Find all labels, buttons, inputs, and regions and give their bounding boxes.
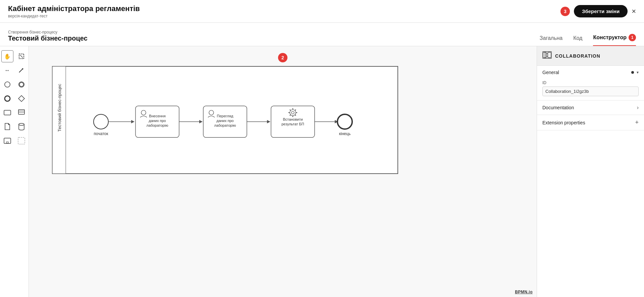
- canvas-badge: 2: [278, 53, 287, 62]
- general-chevron: ▾: [637, 70, 639, 75]
- subheader-left: Створення бізнес-процесу Тестовий бізнес…: [8, 30, 88, 42]
- svg-text:лабораторію: лабораторію: [214, 123, 236, 127]
- tool-row-1: ✋: [1, 50, 28, 62]
- main-layout: ✋ ↔: [0, 46, 644, 297]
- documentation-section-label: Documentation: [542, 105, 574, 110]
- intermediate-event-tool[interactable]: [15, 78, 28, 91]
- data-object-tool[interactable]: [1, 121, 13, 133]
- canvas-area[interactable]: 2 Тестовий бізнес-процес початок Внесенн…: [29, 46, 537, 297]
- breadcrumb: Створення бізнес-процесу: [8, 30, 88, 35]
- tab-constructor[interactable]: Конструктор 1: [593, 34, 636, 46]
- svg-rect-16: [18, 137, 25, 144]
- panel-title: COLLABORATION: [555, 53, 600, 59]
- svg-rect-15: [6, 142, 8, 143]
- tab-constructor-badge: 1: [629, 34, 636, 41]
- documentation-section: Documentation ›: [537, 101, 644, 115]
- svg-rect-9: [4, 110, 11, 115]
- extension-properties-label: Extension properties: [542, 120, 585, 125]
- svg-text:Встановити: Встановити: [283, 117, 303, 121]
- group-tool[interactable]: [15, 135, 28, 147]
- svg-line-45: [290, 110, 290, 110]
- svg-text:даних про: даних про: [149, 119, 166, 123]
- subprocess-tool[interactable]: [1, 135, 13, 147]
- svg-text:Внесення: Внесення: [149, 114, 165, 118]
- general-dot: [631, 71, 634, 74]
- tab-general[interactable]: Загальна: [540, 35, 562, 46]
- svg-text:результат БП: результат БП: [281, 122, 304, 126]
- documentation-arrow: ›: [637, 105, 639, 111]
- svg-text:початок: початок: [94, 131, 109, 136]
- svg-point-53: [337, 114, 352, 129]
- general-field-id: ID: [537, 79, 644, 100]
- gateway-tool[interactable]: [15, 93, 28, 105]
- svg-rect-38: [271, 106, 315, 137]
- tool-row-5: [1, 107, 28, 119]
- extension-properties-section: Extension properties +: [537, 115, 644, 130]
- id-field-input[interactable]: [542, 86, 639, 96]
- svg-text:даних про: даних про: [216, 119, 234, 123]
- app-title: Кабінет адміністратора регламентів: [8, 4, 140, 13]
- svg-text:Перегляд: Перегляд: [217, 114, 233, 118]
- general-section-label: General: [542, 70, 559, 75]
- svg-point-4: [5, 82, 10, 87]
- svg-rect-14: [4, 138, 11, 143]
- svg-point-6: [19, 82, 23, 86]
- task-tool[interactable]: [1, 107, 13, 119]
- panel-header: COLLABORATION: [537, 46, 644, 66]
- hand-tool[interactable]: ✋: [1, 50, 13, 62]
- svg-line-48: [290, 115, 290, 116]
- header-badge: 3: [560, 7, 570, 16]
- app-subtitle: версія-кандидат-тест: [8, 14, 140, 18]
- svg-line-1: [20, 55, 23, 58]
- general-section: General ▾ ID: [537, 66, 644, 101]
- svg-point-13: [19, 123, 24, 125]
- documentation-section-header[interactable]: Documentation ›: [537, 101, 644, 115]
- svg-line-47: [295, 110, 296, 110]
- svg-text:Тестовий бізнес-процес: Тестовий бізнес-процес: [57, 83, 62, 132]
- svg-rect-57: [548, 52, 551, 58]
- tool-row-2: ↔: [1, 64, 28, 76]
- tool-row-3: [1, 78, 28, 91]
- svg-text:лабораторію: лабораторію: [147, 123, 168, 127]
- general-section-header[interactable]: General ▾: [537, 66, 644, 79]
- svg-text:кінець: кінець: [339, 131, 351, 136]
- svg-point-7: [5, 96, 10, 101]
- svg-rect-10: [18, 110, 24, 114]
- extension-properties-plus: +: [635, 119, 639, 126]
- move-tool[interactable]: ↔: [1, 64, 13, 76]
- header-right: 3 Зберегти зміни ×: [560, 5, 636, 17]
- bpmn-diagram[interactable]: Тестовий бізнес-процес початок Внесення …: [49, 63, 405, 187]
- svg-rect-56: [543, 52, 546, 58]
- subheader-tabs: Загальна Код Конструктор 1: [540, 26, 636, 46]
- extension-properties-header[interactable]: Extension properties +: [537, 115, 644, 130]
- id-field-label: ID: [542, 80, 639, 85]
- process-name: Тестовий бізнес-процес: [8, 35, 88, 42]
- header-title-block: Кабінет адміністратора регламентів версі…: [8, 4, 140, 18]
- start-event-tool[interactable]: [1, 78, 13, 91]
- connect-tool[interactable]: [15, 64, 28, 76]
- tool-row-7: [1, 135, 28, 147]
- subheader: Створення бізнес-процесу Тестовий бізнес…: [0, 23, 644, 46]
- tool-row-4: [1, 93, 28, 105]
- end-event-tool[interactable]: [1, 93, 13, 105]
- select-tool[interactable]: [15, 50, 28, 62]
- svg-rect-60: [542, 52, 552, 58]
- header: Кабінет адміністратора регламентів версі…: [0, 0, 644, 23]
- database-tool[interactable]: [15, 121, 28, 133]
- svg-line-46: [295, 115, 296, 116]
- tool-row-6: [1, 121, 28, 133]
- close-button[interactable]: ×: [632, 8, 636, 15]
- save-button[interactable]: Зберегти зміни: [574, 5, 628, 17]
- tab-code[interactable]: Код: [573, 35, 582, 46]
- svg-point-20: [94, 114, 108, 129]
- svg-marker-8: [18, 96, 24, 102]
- toolbar: ✋ ↔: [0, 46, 29, 297]
- data-store-tool[interactable]: [15, 107, 28, 119]
- collaboration-icon: [542, 51, 552, 61]
- right-panel: COLLABORATION General ▾ ID Documentation…: [537, 46, 644, 297]
- bpmn-credit: BPMN.io: [515, 290, 533, 294]
